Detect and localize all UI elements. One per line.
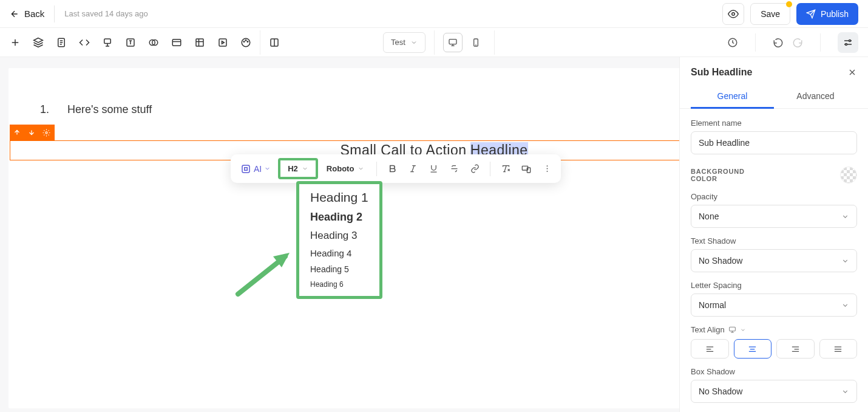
text-shadow-label: Text Shadow: [691, 236, 857, 245]
font-dropdown[interactable]: Roboto: [320, 160, 370, 177]
history-button[interactable]: [727, 37, 738, 48]
page-button[interactable]: [56, 37, 67, 48]
element-settings-button[interactable]: [39, 129, 54, 137]
text-shadow-select[interactable]: No Shadow: [691, 249, 857, 272]
desktop-view-button[interactable]: [443, 33, 463, 52]
chevron-down-icon: [740, 327, 746, 333]
align-center-icon: [748, 345, 757, 354]
popup-button[interactable]: [102, 37, 113, 48]
align-right-icon: [791, 345, 800, 354]
svg-point-18: [846, 43, 847, 45]
close-panel-button[interactable]: [847, 67, 857, 77]
plus-icon: [10, 37, 21, 48]
properties-panel: Sub Headline General Advanced Element na…: [679, 57, 868, 412]
page-selector[interactable]: Test: [383, 32, 426, 53]
chevron-down-icon: [358, 165, 364, 172]
underline-button[interactable]: [424, 160, 442, 178]
heading-2-option[interactable]: Heading 2: [310, 211, 368, 224]
ai-button[interactable]: AI: [236, 160, 276, 178]
data-button[interactable]: [194, 37, 205, 48]
box-shadow-select[interactable]: No Shadow: [691, 380, 857, 403]
align-left-button[interactable]: [691, 339, 729, 359]
save-button[interactable]: Save: [750, 3, 790, 25]
undo-button[interactable]: [773, 37, 784, 48]
svg-point-10: [243, 41, 245, 42]
send-icon: [806, 9, 816, 19]
background-color-swatch[interactable]: [840, 167, 857, 184]
heading-level-dropdown[interactable]: H2: [278, 158, 318, 179]
redo-icon: [792, 37, 803, 48]
heading-5-option[interactable]: Heading 5: [310, 264, 368, 274]
chevron-down-icon: [841, 213, 849, 221]
clear-format-button[interactable]: [497, 160, 515, 178]
bold-icon: [388, 164, 397, 173]
svg-rect-21: [242, 165, 249, 173]
close-icon: [847, 67, 857, 77]
tab-general[interactable]: General: [691, 85, 774, 109]
letter-spacing-select[interactable]: Normal: [691, 294, 857, 317]
underline-icon: [429, 164, 438, 173]
preview-button[interactable]: [722, 3, 744, 25]
gear-icon: [42, 129, 50, 137]
theme-button[interactable]: [240, 37, 251, 48]
box-shadow-label: Box Shadow: [691, 367, 857, 376]
layers-button[interactable]: [33, 37, 44, 48]
tab-advanced[interactable]: Advanced: [774, 85, 857, 108]
unsaved-dot-icon: [786, 1, 792, 7]
background-color-label: BACKGROUND COLOR: [691, 168, 764, 182]
svg-point-17: [849, 39, 851, 41]
clear-format-icon: [501, 164, 510, 173]
split-view-button[interactable]: [269, 37, 280, 48]
data-icon: [194, 37, 205, 48]
svg-point-25: [546, 168, 548, 170]
strikethrough-button[interactable]: [445, 160, 463, 178]
svg-rect-8: [219, 39, 226, 46]
file-icon: [56, 37, 67, 48]
heading-1-option[interactable]: Heading 1: [310, 190, 368, 205]
mobile-view-button[interactable]: [466, 33, 486, 52]
heading-4-option[interactable]: Heading 4: [310, 248, 368, 258]
element-name-input[interactable]: [691, 131, 857, 154]
responsive-text-button[interactable]: [517, 160, 535, 178]
redo-button[interactable]: [792, 37, 803, 48]
align-right-button[interactable]: [776, 339, 815, 359]
palette-icon: [240, 37, 251, 48]
media-button[interactable]: [217, 37, 228, 48]
overlap-icon: [148, 37, 159, 48]
settings-toggle-button[interactable]: [838, 32, 858, 53]
chevron-down-icon: [841, 257, 849, 265]
svg-point-12: [247, 41, 248, 42]
move-up-button[interactable]: [10, 129, 24, 136]
popup-icon: [102, 37, 113, 48]
align-center-button[interactable]: [734, 339, 772, 359]
svg-point-19: [46, 131, 47, 133]
chevron-down-icon: [302, 165, 308, 172]
separator: [820, 33, 821, 52]
publish-button[interactable]: Publish: [796, 3, 858, 25]
opacity-label: Opacity: [691, 192, 857, 201]
align-justify-button[interactable]: [819, 339, 858, 359]
back-button[interactable]: Back: [10, 9, 44, 19]
link-icon: [470, 164, 480, 173]
card-button[interactable]: [171, 37, 182, 48]
heading-6-option[interactable]: Heading 6: [310, 280, 368, 289]
shape-button[interactable]: [148, 37, 159, 48]
move-down-button[interactable]: [24, 129, 39, 136]
add-element-button[interactable]: [10, 37, 21, 48]
italic-button[interactable]: [404, 160, 422, 178]
heading-3-option[interactable]: Heading 3: [310, 230, 368, 242]
last-saved: Last saved 14 days ago: [64, 9, 147, 18]
svg-point-26: [546, 171, 548, 172]
bold-button[interactable]: [383, 160, 401, 178]
link-button[interactable]: [466, 160, 484, 178]
chevron-down-icon: [410, 39, 418, 46]
svg-rect-14: [449, 39, 456, 44]
svg-rect-6: [172, 39, 181, 46]
undo-icon: [773, 37, 784, 48]
more-options-button[interactable]: [538, 160, 556, 178]
code-button[interactable]: [79, 37, 90, 48]
panel-title: Sub Headline: [691, 67, 752, 78]
opacity-select[interactable]: None: [691, 205, 857, 228]
text-button[interactable]: [125, 37, 136, 48]
arrow-down-icon: [28, 129, 35, 136]
